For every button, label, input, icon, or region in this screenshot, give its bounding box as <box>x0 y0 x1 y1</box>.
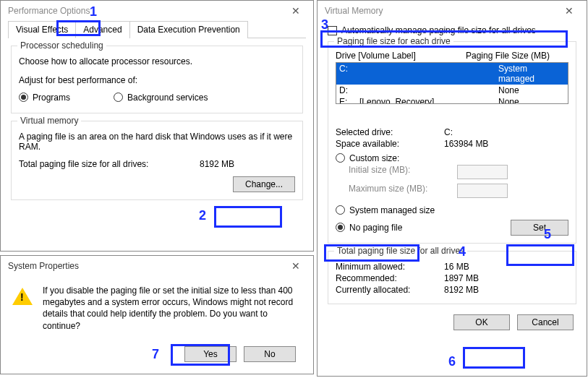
list-item[interactable]: C: System managed <box>336 63 568 85</box>
message-text: If you disable the paging file or set th… <box>43 285 302 332</box>
list-item[interactable]: E: [Lenovo_Recovery] None <box>336 96 568 104</box>
selected-drive-label: Selected drive: <box>336 127 444 137</box>
tab-visual-effects[interactable]: Visual Effects <box>8 21 76 38</box>
set-button[interactable]: Set <box>511 220 568 236</box>
vm-desc: A paging file is an area on the hard dis… <box>19 132 295 152</box>
yes-button[interactable]: Yes <box>184 346 237 362</box>
checkbox-icon <box>328 26 337 35</box>
list-item[interactable]: D: None <box>336 85 568 96</box>
cancel-button[interactable]: Cancel <box>517 314 574 330</box>
radio-icon <box>336 205 345 215</box>
adjust-label: Adjust for best performance of: <box>19 75 295 85</box>
change-button[interactable]: Change... <box>233 176 295 192</box>
space-available-label: Space available: <box>336 139 444 149</box>
virtual-memory-group: Virtual memory A paging file is an area … <box>11 121 303 200</box>
space-available-value: 163984 MB <box>444 139 568 149</box>
close-icon[interactable]: ✕ <box>281 257 310 275</box>
tab-advanced[interactable]: Advanced <box>75 21 129 38</box>
group-title: Total paging file size for all drives <box>334 246 467 256</box>
radio-icon <box>19 93 28 102</box>
cur-value: 8192 MB <box>444 285 568 295</box>
group-title: Virtual memory <box>17 116 81 126</box>
rec-label: Recommended: <box>336 273 444 283</box>
radio-programs[interactable]: Programs <box>19 93 70 103</box>
tab-dep[interactable]: Data Execution Prevention <box>129 21 248 38</box>
cur-label: Currently allocated: <box>336 285 444 295</box>
warning-icon <box>12 285 33 332</box>
header-size: Paging File Size (MB) <box>466 51 550 61</box>
performance-options-dialog: Performance Options ✕ Visual Effects Adv… <box>0 0 314 252</box>
radio-system-managed[interactable]: System managed size <box>336 205 568 215</box>
min-label: Minimum allowed: <box>336 262 444 272</box>
close-icon[interactable]: ✕ <box>555 2 584 20</box>
group-title: Processor scheduling <box>17 40 106 51</box>
close-icon[interactable]: ✕ <box>281 2 310 20</box>
vm-total-value: 8192 MB <box>200 159 234 169</box>
vm-total-label: Total paging file size for all drives: <box>19 159 200 169</box>
initial-size-input <box>457 165 508 179</box>
auto-manage-checkbox[interactable]: Automatically manage paging file size fo… <box>328 25 576 35</box>
system-properties-dialog: System Properties ✕ If you disable the p… <box>0 255 314 374</box>
titlebar: Virtual Memory ✕ <box>318 1 587 21</box>
drive-list[interactable]: C: System managed D: None E: [Lenovo_Rec… <box>336 62 568 104</box>
radio-custom-size[interactable]: Custom size: <box>336 153 568 163</box>
radio-background-services[interactable]: Background services <box>114 93 208 103</box>
titlebar: Performance Options ✕ <box>1 1 313 21</box>
dialog-title: Performance Options <box>8 6 90 16</box>
rec-value: 1897 MB <box>444 273 568 283</box>
titlebar: System Properties ✕ <box>1 256 313 276</box>
header-drive: Drive [Volume Label] <box>336 51 466 61</box>
initial-size-label: Initial size (MB): <box>349 165 457 179</box>
no-button[interactable]: No <box>244 346 296 362</box>
min-value: 16 MB <box>444 262 568 272</box>
selected-drive-value: C: <box>444 127 568 137</box>
dialog-title: Virtual Memory <box>325 6 383 16</box>
radio-icon <box>336 153 345 163</box>
total-paging-group: Total paging file size for all drives Mi… <box>328 251 576 304</box>
virtual-memory-dialog: Virtual Memory ✕ Automatically manage pa… <box>317 0 587 377</box>
max-size-label: Maximum size (MB): <box>349 184 457 198</box>
dialog-title: System Properties <box>8 261 79 271</box>
ok-button[interactable]: OK <box>453 314 510 330</box>
radio-icon <box>114 93 123 102</box>
proc-sched-desc: Choose how to allocate processor resourc… <box>19 56 295 66</box>
radio-icon <box>336 223 345 232</box>
radio-no-paging-file[interactable]: No paging file <box>336 223 511 233</box>
tab-strip: Visual Effects Advanced Data Execution P… <box>8 21 306 38</box>
max-size-input <box>457 184 508 198</box>
group-title: Paging file size for each drive <box>334 36 453 46</box>
paging-per-drive-group: Paging file size for each drive Drive [V… <box>328 41 576 244</box>
processor-scheduling-group: Processor scheduling Choose how to alloc… <box>11 46 303 113</box>
